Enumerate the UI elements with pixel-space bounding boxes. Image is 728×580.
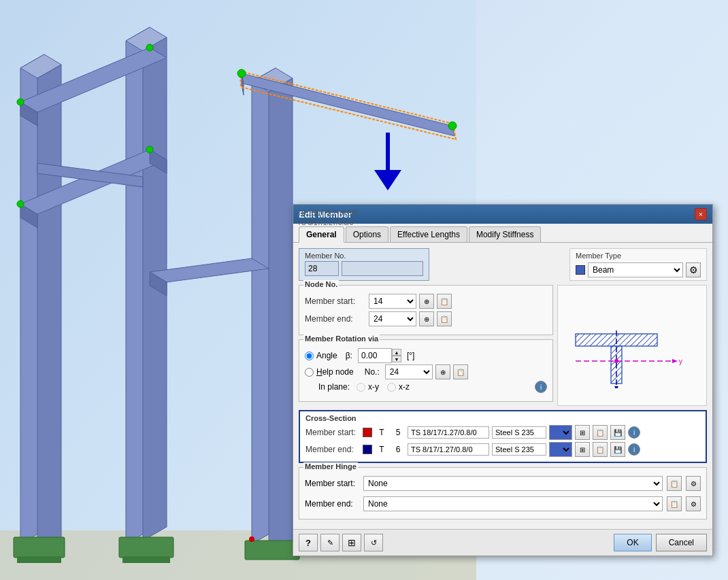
- cs-start-edit-btn[interactable]: ⊞: [575, 425, 590, 440]
- member-no-section: Member No.: [299, 248, 429, 281]
- cs-end-label: Member end:: [305, 445, 360, 454]
- cs-start-info-icon[interactable]: i: [628, 426, 640, 439]
- cs-end-info-icon[interactable]: i: [628, 443, 640, 456]
- member-end-settings-btn[interactable]: 📋: [437, 311, 452, 326]
- svg-marker-5: [37, 65, 61, 554]
- cs-end-edit-btn[interactable]: ⊞: [575, 442, 590, 457]
- xy-radio[interactable]: [357, 383, 365, 392]
- member-start-label: Member start:: [305, 296, 366, 306]
- svg-rect-7: [17, 556, 61, 563]
- cs-end-copy-btn[interactable]: 📋: [593, 442, 608, 457]
- node-no-section: Node No. Member start: 1412 ⊕ 📋 Member e…: [299, 285, 553, 335]
- cs-end-row: Member end: T 6 TS 8/17/1.27/0.8/0 Steel…: [305, 442, 700, 457]
- dialog-content: Member No. Member Type Beam Column Truss: [293, 243, 712, 529]
- svg-marker-43: [614, 386, 618, 388]
- angle-spinner[interactable]: ▲ ▼: [392, 349, 401, 362]
- hinge-start-copy-btn[interactable]: 📋: [667, 476, 682, 491]
- xz-label: x-z: [399, 382, 410, 392]
- cs-start-type: T: [375, 428, 388, 437]
- rotation-label: Member Rotation via: [303, 335, 380, 343]
- svg-point-31: [17, 201, 24, 207]
- svg-point-30: [146, 44, 153, 51]
- help-node-label: Help node: [316, 367, 354, 377]
- cross-section: Cross-Section Member start: T 5 TS 18/17…: [299, 410, 707, 463]
- cancel-button[interactable]: Cancel: [656, 534, 707, 551]
- cs-start-row: Member start: T 5 TS 18/17/1.27/0.8/0 St…: [305, 425, 700, 440]
- cs-end-num: 6: [391, 445, 405, 454]
- svg-point-33: [249, 536, 254, 542]
- section-preview-svg: y: [562, 310, 698, 388]
- svg-rect-16: [245, 541, 299, 560]
- bottom-bar: ? ✎ ⊞ ↺ OK Cancel: [293, 529, 712, 556]
- member-end-row: Member end: 2412 ⊕ 📋: [305, 311, 547, 326]
- hinge-start-select[interactable]: NoneHingedFixed: [363, 476, 663, 491]
- table-button[interactable]: ⊞: [342, 534, 361, 551]
- angle-down-btn[interactable]: ▼: [392, 356, 401, 362]
- preview-text: TS 18/17/1.27/0.8/0 TS 8/17/1.27/0.8/0: [297, 209, 357, 228]
- node-no-label: Node No.: [303, 280, 339, 288]
- member-end-select[interactable]: 2412: [369, 311, 416, 326]
- hinge-end-copy-btn[interactable]: 📋: [667, 496, 682, 511]
- member-type-settings-btn[interactable]: ⚙: [686, 262, 701, 277]
- hinge-end-row: Member end: NoneHingedFixed 📋 ⚙: [305, 496, 701, 511]
- help-button[interactable]: ?: [299, 534, 318, 551]
- member-start-pick-btn[interactable]: ⊕: [419, 294, 434, 309]
- cs-start-color-select[interactable]: [549, 425, 572, 440]
- cs-end-save-btn[interactable]: 💾: [610, 442, 625, 457]
- angle-label: Angle: [316, 351, 337, 360]
- hinge-end-settings-btn[interactable]: ⚙: [686, 496, 701, 511]
- member-type-section: Member Type Beam Column Truss ⚙: [569, 248, 707, 281]
- hinge-start-row: Member start: NoneHingedFixed 📋 ⚙: [305, 476, 701, 491]
- cs-start-save-btn[interactable]: 💾: [610, 425, 625, 440]
- member-end-pick-btn[interactable]: ⊕: [419, 311, 434, 326]
- tab-modify-stiffness[interactable]: Modify Stiffness: [469, 226, 541, 242]
- member-no-label: Member No.: [305, 252, 423, 260]
- close-button[interactable]: ×: [695, 208, 707, 220]
- hinge-start-settings-btn[interactable]: ⚙: [686, 476, 701, 491]
- refresh-button[interactable]: ↺: [364, 534, 383, 551]
- help-node-settings-btn[interactable]: 📋: [453, 364, 468, 379]
- member-type-label: Member Type: [576, 252, 701, 260]
- helpnode-radio[interactable]: [305, 368, 314, 377]
- cs-end-color-select[interactable]: [549, 442, 572, 457]
- left-buttons: ? ✎ ⊞ ↺: [299, 534, 383, 551]
- cs-end-color: [363, 445, 372, 454]
- help-node-pick-btn[interactable]: ⊕: [435, 364, 450, 379]
- angle-radio[interactable]: [305, 352, 314, 360]
- member-start-select[interactable]: 1412: [369, 294, 416, 309]
- help-node-select[interactable]: 2412: [385, 364, 433, 379]
- tab-general[interactable]: General: [299, 226, 344, 243]
- edit-button[interactable]: ✎: [320, 534, 340, 551]
- svg-rect-11: [119, 537, 173, 558]
- beta-label: β:: [346, 351, 352, 360]
- info-icon[interactable]: i: [535, 381, 547, 393]
- rotation-section: Member Rotation via Angle β: ▲ ▼: [299, 339, 553, 402]
- hinge-end-select[interactable]: NoneHingedFixed: [363, 496, 663, 511]
- tab-options[interactable]: Options: [346, 226, 388, 242]
- member-type-select[interactable]: Beam Column Truss: [588, 262, 683, 277]
- cs-start-label: Member start:: [305, 428, 360, 437]
- member-name-input[interactable]: [342, 261, 423, 276]
- tab-effective-lengths[interactable]: Effective Lengths: [390, 226, 467, 242]
- xz-radio[interactable]: [387, 383, 396, 392]
- angle-input[interactable]: [358, 348, 392, 363]
- member-start-settings-btn[interactable]: 📋: [437, 294, 452, 309]
- svg-point-29: [17, 99, 24, 105]
- hinge-start-label: Member start:: [305, 479, 359, 488]
- member-type-color: [576, 265, 585, 275]
- cs-end-section: TS 8/17/1.27/0.8/0: [408, 443, 489, 456]
- svg-point-44: [614, 359, 618, 363]
- angle-up-btn[interactable]: ▲: [392, 349, 401, 356]
- cs-start-copy-btn[interactable]: 📋: [593, 425, 608, 440]
- right-buttons: OK Cancel: [614, 534, 707, 551]
- svg-marker-40: [672, 359, 678, 363]
- preview-line1: TS 18/17/1.27/0.8/0: [297, 209, 357, 218]
- svg-marker-15: [269, 78, 293, 554]
- hinge-end-label: Member end:: [305, 499, 359, 509]
- in-plane-label: In plane:: [318, 382, 350, 392]
- edit-member-dialog: Edit Member × General Options Effective …: [293, 204, 713, 556]
- ok-button[interactable]: OK: [614, 534, 651, 551]
- xy-label: x-y: [368, 382, 379, 392]
- member-no-input[interactable]: [305, 261, 339, 276]
- hinge-label: Member Hinge: [303, 462, 358, 471]
